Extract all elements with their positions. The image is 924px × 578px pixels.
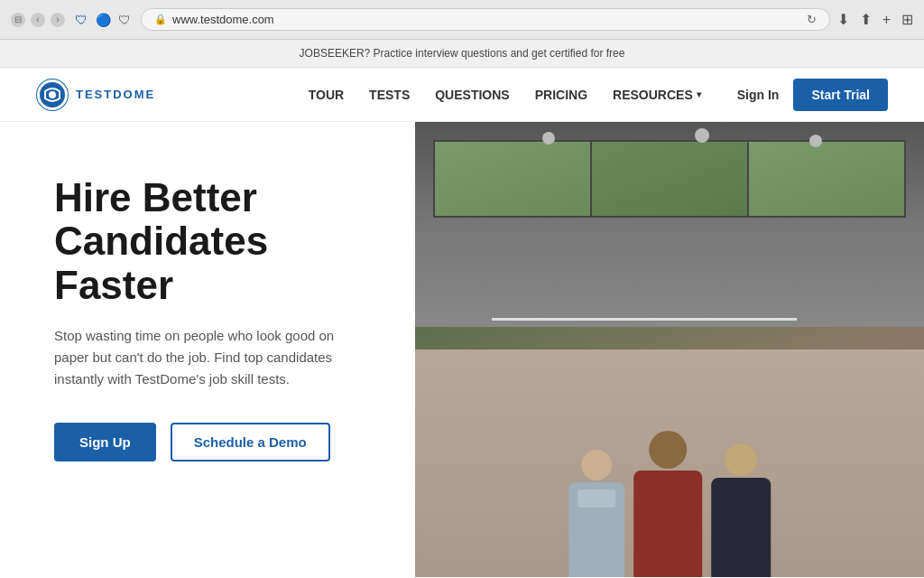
ceiling-bg: [415, 122, 924, 327]
hero-buttons: Sign Up Schedule a Demo: [54, 423, 379, 461]
logo-text: TESTDOME: [76, 88, 155, 101]
hero-left: Hire Better Candidates Faster Stop wasti…: [0, 122, 415, 577]
window-section-1: [435, 142, 592, 216]
lock-icon: 🔒: [154, 14, 167, 25]
nav-resources-label: RESOURCES: [613, 88, 693, 102]
logo[interactable]: TESTDOME: [36, 79, 155, 111]
person-3: [711, 443, 771, 577]
svg-point-1: [49, 91, 56, 98]
url-text: www.testdome.com: [172, 13, 274, 26]
forward-button[interactable]: ›: [51, 13, 65, 27]
main-content: Hire Better Candidates Faster Stop wasti…: [0, 122, 924, 577]
nav-pricing[interactable]: PRICING: [535, 88, 587, 102]
browser-chrome: ⊟ ‹ › 🛡 🔵 🛡 🔒 www.testdome.com ↻ ⬇ ⬆ + ⊞: [0, 0, 924, 40]
people-group: [440, 431, 899, 577]
nav-resources[interactable]: RESOURCES ▾: [613, 88, 701, 102]
schedule-demo-button[interactable]: Schedule a Demo: [171, 423, 330, 461]
hero-title: Hire Better Candidates Faster: [54, 176, 379, 307]
person-2-body: [633, 471, 702, 577]
window-pane: [433, 140, 906, 218]
light-bar: [492, 318, 797, 321]
back-button[interactable]: ‹: [31, 13, 45, 27]
new-tab-icon[interactable]: +: [882, 12, 891, 28]
nav-tests[interactable]: TESTS: [369, 88, 410, 102]
sidebar-toggle-button[interactable]: ⊟: [11, 13, 25, 27]
reload-icon[interactable]: ↻: [807, 13, 817, 26]
start-trial-button[interactable]: Start Trial: [793, 79, 888, 111]
chevron-down-icon: ▾: [697, 89, 701, 99]
shield-gray-icon: 🛡: [116, 11, 134, 29]
sign-in-link[interactable]: Sign In: [737, 88, 780, 102]
person-2-head: [649, 431, 687, 469]
hero-image: [415, 122, 924, 577]
person-3-head: [725, 443, 757, 476]
hanging-light-2: [695, 128, 709, 143]
navbar: TESTDOME TOUR TESTS QUESTIONS PRICING RE…: [0, 68, 924, 122]
shield-blue-icon: 🛡: [72, 11, 90, 29]
person-1: [568, 450, 624, 577]
tab-grid-icon[interactable]: ⊞: [901, 11, 913, 28]
download-icon[interactable]: ⬇: [837, 11, 849, 28]
hero-right: [415, 122, 924, 577]
banner-text: JOBSEEKER? Practice interview questions …: [300, 47, 625, 60]
security-icons: 🛡 🔵 🛡: [72, 11, 134, 29]
nav-actions: Sign In Start Trial: [737, 79, 888, 111]
top-banner: JOBSEEKER? Practice interview questions …: [0, 40, 924, 68]
logo-svg: [36, 79, 69, 111]
hero-subtitle: Stop wasting time on people who look goo…: [54, 325, 343, 390]
signup-button[interactable]: Sign Up: [54, 423, 156, 461]
window-section-3: [749, 142, 904, 216]
share-icon[interactable]: ⬆: [860, 11, 872, 28]
window-section-2: [592, 142, 749, 216]
person-1-body: [568, 482, 624, 577]
nav-links: TOUR TESTS QUESTIONS PRICING RESOURCES ▾: [309, 88, 701, 102]
shield-dark-icon: 🔵: [94, 11, 112, 29]
logo-icon: [36, 79, 69, 111]
person-1-head: [581, 450, 612, 480]
svg-point-0: [38, 80, 67, 109]
nav-tour[interactable]: TOUR: [309, 88, 344, 102]
person-2: [633, 431, 702, 577]
browser-controls: ⊟ ‹ ›: [11, 13, 65, 27]
nav-questions[interactable]: QUESTIONS: [435, 88, 509, 102]
hanging-light-3: [809, 135, 822, 147]
address-bar[interactable]: 🔒 www.testdome.com ↻: [141, 8, 830, 31]
toolbar-icons: ⬇ ⬆ + ⊞: [837, 11, 913, 28]
person-3-body: [711, 478, 771, 577]
